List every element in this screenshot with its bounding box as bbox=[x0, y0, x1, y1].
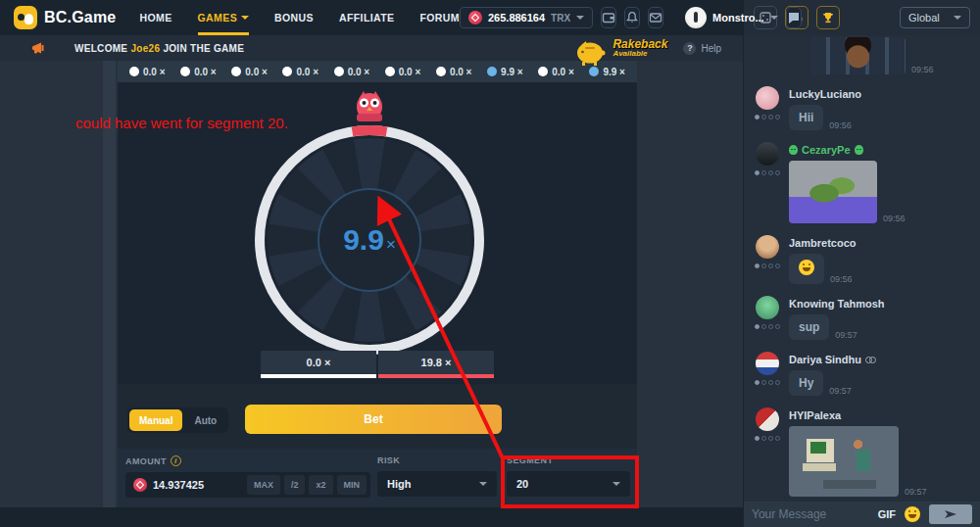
send-button[interactable] bbox=[929, 504, 972, 524]
chat-username[interactable]: Dariya Sindhu bbox=[789, 354, 972, 365]
avatar bbox=[685, 7, 707, 28]
nav-item-forum[interactable]: FORUM bbox=[419, 0, 460, 35]
wallet-icon bbox=[602, 11, 615, 24]
chat-username[interactable]: Jambretcoco bbox=[789, 237, 972, 249]
badge-icon bbox=[768, 436, 773, 441]
chat-room-select[interactable]: Global bbox=[900, 7, 970, 28]
risk-select[interactable]: High bbox=[377, 471, 497, 497]
risk-value: High bbox=[387, 478, 411, 490]
badge-icon bbox=[761, 170, 766, 175]
wheel-svg-slot: 9.9× bbox=[247, 118, 492, 362]
badge-icon bbox=[775, 170, 780, 175]
chevron-down-icon bbox=[479, 482, 487, 486]
history-multiplier: 0.0 × bbox=[194, 67, 217, 77]
alien-icon bbox=[789, 145, 798, 155]
message-avatar-column bbox=[752, 86, 783, 130]
notifications-button[interactable] bbox=[624, 7, 640, 28]
leaderboard-button[interactable] bbox=[816, 6, 840, 29]
gif-button[interactable]: GIF bbox=[878, 508, 896, 520]
segment-select[interactable]: 20 bbox=[507, 471, 630, 497]
history-result[interactable]: 0.0 × bbox=[282, 67, 318, 77]
badge-icon bbox=[768, 264, 773, 268]
chat-bubble: sup bbox=[789, 314, 829, 340]
chat-username[interactable]: Knowing Tahmosh bbox=[789, 298, 972, 310]
message-content: Knowing Tahmoshsup09:57 bbox=[783, 296, 972, 340]
amount-MIN-button[interactable]: MIN bbox=[337, 475, 368, 495]
message-input[interactable] bbox=[752, 507, 869, 521]
badge-icon bbox=[775, 115, 780, 120]
amount-input[interactable]: 14.937425 MAX/2x2MIN bbox=[125, 472, 370, 498]
nav-item-affiliate[interactable]: AFFILIATE bbox=[339, 0, 394, 35]
chat-username[interactable]: LuckyLuciano bbox=[789, 88, 972, 100]
send-icon bbox=[944, 509, 957, 519]
badge-icon bbox=[775, 324, 780, 329]
user-menu[interactable]: Monstro... bbox=[685, 7, 778, 28]
timestamp: 09:57 bbox=[829, 386, 852, 396]
badge-icon bbox=[761, 436, 766, 441]
bcgame-logo-icon bbox=[14, 6, 37, 29]
multiplier-history: 0.0 ×0.0 ×0.0 ×0.0 ×0.0 ×0.0 ×0.0 ×9.9 ×… bbox=[118, 61, 637, 82]
chat-username[interactable]: CezaryPe bbox=[789, 144, 972, 156]
result-dot-icon bbox=[385, 67, 395, 76]
rakeback-widget[interactable]: Rakeback Available bbox=[573, 33, 667, 63]
welcome-banner: WELCOME Joe26 JOIN THE GAME Rakeback Ava… bbox=[0, 35, 743, 61]
segment-value: 20 bbox=[516, 478, 528, 490]
badge-icon bbox=[755, 170, 760, 175]
history-result[interactable]: 0.0 × bbox=[436, 67, 472, 77]
chat-gif[interactable] bbox=[789, 161, 877, 223]
emoji-icon[interactable] bbox=[905, 506, 920, 522]
welcome-prefix: WELCOME bbox=[74, 43, 127, 54]
balance-currency: TRX bbox=[551, 13, 570, 24]
history-result[interactable]: 0.0 × bbox=[334, 67, 370, 77]
chat-username[interactable]: HYIPalexa bbox=[789, 409, 972, 421]
avatar[interactable] bbox=[756, 86, 779, 110]
avatar[interactable] bbox=[756, 407, 779, 431]
balance-selector[interactable]: 265.886164 TRX bbox=[460, 7, 593, 28]
avatar[interactable] bbox=[756, 142, 779, 166]
history-result[interactable]: 0.0 × bbox=[231, 67, 268, 77]
nav-item-games[interactable]: GAMES bbox=[198, 0, 250, 35]
avatar[interactable] bbox=[756, 296, 779, 319]
chat-gif[interactable] bbox=[810, 37, 906, 74]
badge-icon bbox=[768, 115, 773, 120]
chat-toggle-button[interactable] bbox=[786, 7, 802, 28]
history-result[interactable]: 0.0 × bbox=[129, 67, 166, 77]
messages-button[interactable] bbox=[648, 7, 663, 28]
result-tab[interactable]: 0.0 × bbox=[261, 351, 376, 378]
username: Monstro... bbox=[712, 12, 764, 24]
history-result[interactable]: 0.0 × bbox=[385, 67, 421, 77]
help-button[interactable]: ? Help bbox=[683, 42, 721, 55]
result-tab-label: 0.0 × bbox=[261, 351, 376, 374]
history-result[interactable]: 9.9 × bbox=[487, 67, 523, 77]
message-body: 09:57 bbox=[789, 426, 972, 497]
amount-div2-button[interactable]: /2 bbox=[284, 475, 306, 495]
badge-icon bbox=[755, 380, 760, 385]
nav-item-bonus[interactable]: BONUS bbox=[274, 0, 314, 35]
badge-icon bbox=[775, 380, 780, 385]
bcgame-logo[interactable]: BC.Game bbox=[14, 6, 116, 29]
result-dot-icon bbox=[180, 67, 190, 76]
avatar[interactable] bbox=[756, 235, 779, 259]
trx-coin-icon bbox=[133, 478, 147, 492]
info-icon[interactable]: i bbox=[171, 455, 181, 466]
wallet-button[interactable] bbox=[601, 7, 616, 28]
amount-x2-button[interactable]: x2 bbox=[309, 475, 332, 495]
bet-button[interactable]: Bet bbox=[245, 405, 502, 434]
history-result[interactable]: 0.0 × bbox=[180, 67, 217, 77]
history-result[interactable]: 9.9 × bbox=[589, 67, 625, 77]
owl-icon bbox=[350, 90, 389, 123]
main-area: BC.Game HOMEGAMESBONUSAFFILIATEFORUM 265… bbox=[0, 0, 743, 527]
auto-mode-button[interactable]: Auto bbox=[184, 409, 226, 431]
timestamp: 09:56 bbox=[830, 274, 853, 284]
amount-MAX-button[interactable]: MAX bbox=[247, 475, 280, 495]
chat-gif[interactable] bbox=[789, 426, 899, 497]
message-body: 09:56 bbox=[789, 254, 972, 284]
manual-mode-button[interactable]: Manual bbox=[129, 409, 182, 431]
history-result[interactable]: 0.0 × bbox=[538, 67, 574, 77]
nav-item-home[interactable]: HOME bbox=[139, 0, 172, 35]
result-tab[interactable]: 19.8 × bbox=[378, 351, 494, 378]
result-dot-icon bbox=[589, 67, 599, 76]
avatar[interactable] bbox=[756, 352, 779, 375]
result-dot-icon bbox=[334, 67, 344, 76]
badge-row bbox=[755, 324, 780, 329]
